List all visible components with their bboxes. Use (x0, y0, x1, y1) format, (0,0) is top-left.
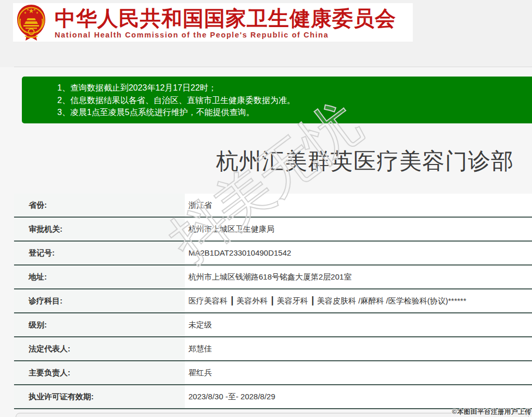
prc-national-emblem-icon (16, 4, 47, 42)
table-row: 诊疗科目: 医疗美容科 ┃ 美容外科 ┃ 美容牙科 ┃ 美容皮肤科 /麻醉科 /… (14, 289, 532, 313)
photo-credit-watermark: ©本图由平台注册用户上传 (452, 408, 531, 416)
table-row: 登记号: MA2B1DAT233010490D1542 (14, 242, 532, 266)
institution-table: 省份: 浙江省 审批机关: 杭州市上城区卫生健康局 登记号: MA2B1DAT2… (14, 194, 532, 409)
table-row: 地址: 杭州市上城区钱潮路618号铭鑫大厦第2层201室 (14, 266, 532, 289)
field-value: 浙江省 (185, 194, 532, 217)
institution-name-title: 杭州汇美群英医疗美容门诊部 (216, 146, 514, 176)
field-value: 2023/8/30 -至- 2028/8/29 (185, 385, 532, 408)
field-label: 诊疗科目: (14, 289, 185, 312)
field-label: 登记号: (14, 242, 185, 264)
site-header: 中华人民共和国国家卫生健康委员会 National Health Commiss… (13, 3, 413, 42)
table-row: 级别: 未定级 (14, 313, 532, 337)
notice-line-1: 1、查询数据截止到2023年12月17日22时； (57, 82, 532, 94)
field-value: 郑慧佳 (185, 337, 532, 360)
field-value: 未定级 (185, 313, 532, 336)
notice-line-3: 3、凌晨1点至凌晨5点系统进行维护，不能提供查询。 (57, 106, 532, 119)
field-label: 地址: (14, 266, 185, 288)
field-value: 医疗美容科 ┃ 美容外科 ┃ 美容牙科 ┃ 美容皮肤科 /麻醉科 /医学检验科(… (185, 289, 532, 312)
field-label: 法定代表人: (14, 337, 185, 360)
field-label: 执业许可证有效期: (14, 385, 185, 408)
field-value: 杭州市上城区钱潮路618号铭鑫大厦第2层201室 (185, 266, 532, 288)
field-value: MA2B1DAT233010490D1542 (185, 242, 532, 264)
table-row: 主要负责人: 瞿红兵 (14, 361, 532, 385)
field-label: 省份: (14, 194, 185, 217)
table-row: 省份: 浙江省 (14, 194, 532, 218)
field-value: 瞿红兵 (185, 361, 532, 384)
field-label: 主要负责人: (14, 361, 185, 384)
site-title-en: National Health Commission of the People… (55, 31, 396, 39)
site-title-cn: 中华人民共和国国家卫生健康委员会 (55, 7, 396, 29)
field-value: 杭州市上城区卫生健康局 (185, 218, 532, 241)
table-row: 审批机关: 杭州市上城区卫生健康局 (14, 218, 532, 242)
table-row: 法定代表人: 郑慧佳 (14, 337, 532, 361)
field-label: 审批机关: (14, 218, 185, 241)
table-row: 执业许可证有效期: 2023/8/30 -至- 2028/8/29 (14, 385, 532, 409)
field-label: 级别: (14, 313, 185, 336)
notice-line-2: 2、信息数据结果以各省、自治区、直辖市卫生健康委数据为准。 (57, 94, 532, 107)
query-notice-box: 1、查询数据截止到2023年12月17日22时； 2、信息数据结果以各省、自治区… (22, 77, 532, 123)
